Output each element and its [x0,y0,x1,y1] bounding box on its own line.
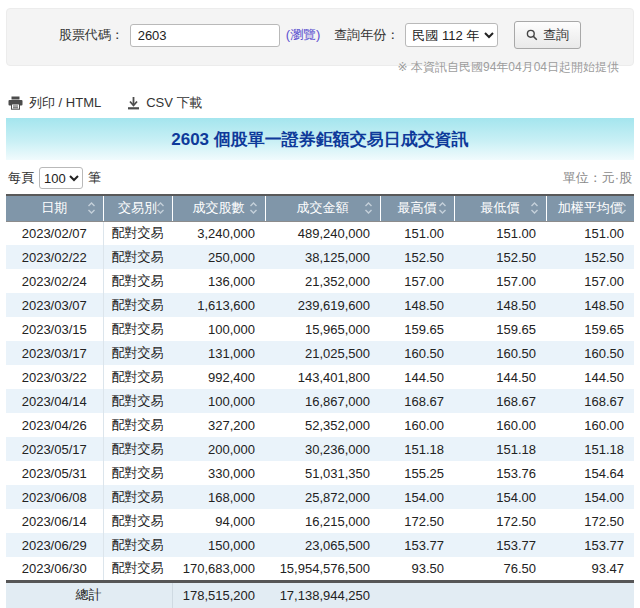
sort-icon [364,202,373,215]
total-row: 總計 178,515,200 17,138,944,250 [6,581,634,608]
total-shares: 178,515,200 [172,581,265,608]
search-button[interactable]: 查詢 [514,21,581,49]
table-cell: 172.50 [380,509,454,533]
table-cell: 93.47 [546,557,634,581]
page-title: 2603 個股單一證券鉅額交易日成交資訊 [6,118,634,160]
table-cell: 152.50 [380,245,454,269]
table-cell: 157.00 [380,269,454,293]
table-header: 日期 交易別 成交股數 成交金額 最高價 最低價 加權平均價 [6,195,634,221]
table-cell: 148.50 [380,293,454,317]
table-cell: 151.18 [454,437,546,461]
table-row: 2023/04/26配對交易327,20052,352,000160.00160… [6,413,634,437]
table-cell: 131,000 [172,341,265,365]
table-cell: 配對交易 [103,317,172,341]
table-cell: 52,352,000 [265,413,380,437]
table-cell: 2023/04/26 [6,413,103,437]
table-cell: 157.00 [546,269,634,293]
table-cell: 2023/03/15 [6,317,103,341]
header-low-price[interactable]: 最低價 [454,195,546,221]
per-page-control: 每頁 100 筆 [8,167,101,189]
table-cell: 2023/03/07 [6,293,103,317]
table-cell: 150,000 [172,533,265,557]
table-cell: 151.00 [380,221,454,245]
table-cell: 15,965,000 [265,317,380,341]
browse-link[interactable]: (瀏覽) [286,26,321,44]
table-row: 2023/05/31配對交易330,00051,031,350155.25153… [6,461,634,485]
table-cell: 2023/05/31 [6,461,103,485]
table-cell: 100,000 [172,389,265,413]
table-cell: 100,000 [172,317,265,341]
year-select[interactable]: 民國 112 年 [405,23,498,47]
csv-download-label: CSV 下載 [146,94,202,112]
table-cell: 23,065,500 [265,533,380,557]
print-html-button[interactable]: 列印 / HTML [8,94,101,112]
table-cell: 94,000 [172,509,265,533]
table-row: 2023/05/17配對交易200,00030,236,000151.18151… [6,437,634,461]
table-cell: 159.65 [454,317,546,341]
table-cell: 172.50 [546,509,634,533]
table-cell: 15,954,576,500 [265,557,380,581]
table-row: 2023/06/29配對交易150,00023,065,500153.77153… [6,533,634,557]
table-cell: 154.64 [546,461,634,485]
table-cell: 151.00 [546,221,634,245]
table-cell: 157.00 [454,269,546,293]
table-cell: 配對交易 [103,389,172,413]
table-cell: 2023/06/29 [6,533,103,557]
table-cell: 239,619,600 [265,293,380,317]
csv-download-button[interactable]: CSV 下載 [127,94,202,112]
table-cell: 155.25 [380,461,454,485]
table-row: 2023/06/14配對交易94,00016,215,000172.50172.… [6,509,634,533]
table-cell: 配對交易 [103,341,172,365]
header-weighted-avg-price[interactable]: 加權平均價 [546,195,634,221]
sort-icon [438,202,447,215]
query-panel: 股票代碼： (瀏覽) 查詢年份： 民國 112 年 查詢 ※ 本資訊自民國94年… [6,8,634,66]
table-cell: 153.77 [380,533,454,557]
sort-icon [618,202,627,215]
table-cell: 51,031,350 [265,461,380,485]
stock-code-input[interactable] [130,24,280,47]
per-page-select[interactable]: 100 [39,167,83,189]
table-cell: 143,401,800 [265,365,380,389]
table-cell: 1,613,600 [172,293,265,317]
table-cell: 168.67 [454,389,546,413]
table-row: 2023/03/17配對交易131,00021,025,500160.50160… [6,341,634,365]
header-trade-type[interactable]: 交易別 [103,195,172,221]
table-cell: 2023/06/14 [6,509,103,533]
sort-icon [156,202,165,215]
table-row: 2023/02/22配對交易250,00038,125,000152.50152… [6,245,634,269]
table-cell: 配對交易 [103,437,172,461]
header-shares[interactable]: 成交股數 [172,195,265,221]
table-cell: 2023/06/30 [6,557,103,581]
search-icon [526,29,538,41]
year-label: 查詢年份： [334,26,399,44]
table-cell: 38,125,000 [265,245,380,269]
table-cell: 250,000 [172,245,265,269]
table-cell: 2023/02/22 [6,245,103,269]
table-row: 2023/03/07配對交易1,613,600239,619,600148.50… [6,293,634,317]
header-high-price[interactable]: 最高價 [380,195,454,221]
total-amount: 17,138,944,250 [265,581,380,608]
sort-icon [530,202,539,215]
table-cell: 配對交易 [103,413,172,437]
table-cell: 25,872,000 [265,485,380,509]
table-cell: 2023/03/22 [6,365,103,389]
header-date[interactable]: 日期 [6,195,103,221]
table-cell: 配對交易 [103,269,172,293]
table-body: 2023/02/07配對交易3,240,000489,240,000151.00… [6,221,634,581]
table-cell: 160.00 [454,413,546,437]
table-cell: 154.00 [380,485,454,509]
table-cell: 153.77 [454,533,546,557]
table-cell: 159.65 [380,317,454,341]
table-cell: 21,025,500 [265,341,380,365]
table-cell: 配對交易 [103,557,172,581]
table-row: 2023/03/22配對交易992,400143,401,800144.5014… [6,365,634,389]
header-amount[interactable]: 成交金額 [265,195,380,221]
table-cell: 160.50 [380,341,454,365]
table-cell: 144.50 [454,365,546,389]
table-cell: 136,000 [172,269,265,293]
unit-label: 單位：元·股 [563,169,632,187]
table-cell: 配對交易 [103,365,172,389]
per-page-prefix: 每頁 [8,169,34,187]
table-row: 2023/04/14配對交易100,00016,867,000168.67168… [6,389,634,413]
table-cell: 配對交易 [103,221,172,245]
